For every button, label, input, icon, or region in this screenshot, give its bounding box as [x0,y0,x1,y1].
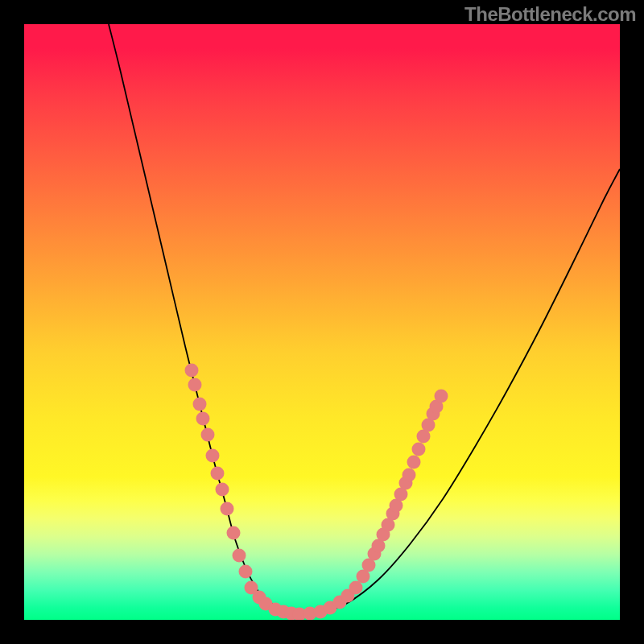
highlight-dot [211,467,225,481]
highlight-dot [188,378,202,392]
highlight-dot [233,549,246,563]
highlight-dot [349,581,363,595]
watermark-text: TheBottleneck.com [464,3,636,26]
highlight-dot [435,390,448,403]
highlight-dot [227,526,241,540]
highlight-dots [185,364,448,621]
highlight-dot [206,449,220,463]
bottleneck-curve [109,24,620,613]
curve-layer [24,24,620,620]
highlight-dot [201,428,215,442]
highlight-dot [239,565,253,579]
highlight-dot [221,502,234,516]
highlight-dot [407,456,421,469]
highlight-dot [216,483,229,497]
highlight-dot [193,398,207,411]
highlight-dot [185,364,199,378]
plot-area [24,24,620,620]
highlight-dot [402,469,416,482]
chart-frame: TheBottleneck.com [0,0,644,644]
highlight-dot [412,443,426,456]
highlight-dot [196,412,210,426]
